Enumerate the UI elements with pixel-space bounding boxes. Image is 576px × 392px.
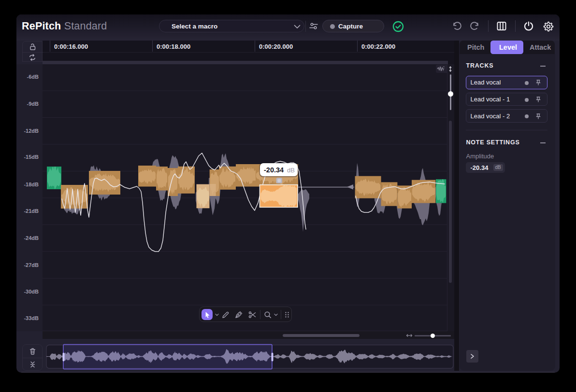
svg-text:dB: dB: [287, 167, 295, 174]
svg-text:-20.34: -20.34: [264, 166, 284, 174]
